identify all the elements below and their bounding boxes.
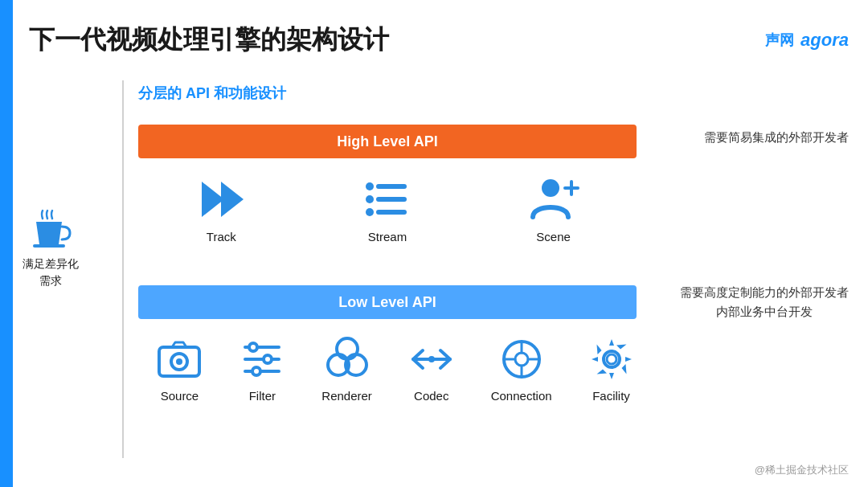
left-tea-area: 满足差异化 需求 xyxy=(23,209,79,289)
tea-cup-icon xyxy=(30,209,72,251)
low-level-icons-row: Source Filter Renderer xyxy=(138,336,653,403)
codec-label: Codec xyxy=(414,389,448,403)
connection-item: Connection xyxy=(491,336,552,403)
annotation-low-line1: 需要高度定制能力的外部开发者 xyxy=(680,283,849,302)
facility-label: Facility xyxy=(592,389,630,403)
logo-area: 声网 agora xyxy=(765,30,849,51)
svg-rect-7 xyxy=(376,210,407,215)
svg-point-32 xyxy=(607,354,616,364)
stream-item: Stream xyxy=(362,175,413,244)
connection-icon xyxy=(498,336,545,383)
facility-item: Facility xyxy=(588,336,635,403)
scene-label: Scene xyxy=(536,230,571,244)
codec-icon xyxy=(408,336,455,383)
svg-point-13 xyxy=(176,358,182,365)
source-label: Source xyxy=(161,389,199,403)
high-level-api-bar: High Level API xyxy=(138,125,637,158)
low-level-api-bar: Low Level API xyxy=(138,285,637,319)
stream-label: Stream xyxy=(368,230,407,244)
svg-point-15 xyxy=(249,343,257,351)
svg-point-24 xyxy=(428,356,435,362)
svg-point-6 xyxy=(366,208,374,216)
left-accent-bar xyxy=(0,0,13,487)
connection-label: Connection xyxy=(491,389,552,403)
stream-icon xyxy=(362,175,413,223)
svg-rect-33 xyxy=(33,244,65,248)
source-icon xyxy=(156,336,203,383)
svg-point-2 xyxy=(366,182,374,190)
svg-rect-5 xyxy=(376,197,407,202)
svg-point-19 xyxy=(252,367,260,375)
filter-item: Filter xyxy=(239,336,285,403)
logo-shenw: 声网 xyxy=(765,31,794,50)
renderer-label: Renderer xyxy=(321,389,372,403)
subtitle: 分层的 API 和功能设计 xyxy=(138,84,286,103)
scene-item: Scene xyxy=(528,175,579,244)
svg-rect-3 xyxy=(376,184,407,189)
svg-marker-0 xyxy=(202,182,224,217)
scene-icon xyxy=(528,175,579,223)
vertical-divider xyxy=(122,80,124,458)
annotation-high: 需要简易集成的外部开发者 xyxy=(704,130,849,145)
page-title: 下一代视频处理引擎的架构设计 xyxy=(29,23,389,58)
renderer-icon xyxy=(324,336,371,383)
facility-icon xyxy=(588,336,635,383)
track-item: Track xyxy=(195,175,247,244)
logo-agora: agora xyxy=(800,30,849,51)
high-level-icons-row: Track Stream Scene xyxy=(138,175,637,244)
track-icon xyxy=(195,175,247,223)
svg-point-4 xyxy=(366,195,374,203)
footer-text: @稀土掘金技术社区 xyxy=(755,463,849,477)
header: 下一代视频处理引擎的架构设计 声网 agora xyxy=(29,23,849,58)
track-label: Track xyxy=(207,230,236,244)
svg-marker-1 xyxy=(221,182,244,217)
svg-point-26 xyxy=(515,353,528,366)
codec-item: Codec xyxy=(408,336,455,403)
left-tea-label: 满足差异化 需求 xyxy=(23,256,79,289)
filter-label: Filter xyxy=(249,389,276,403)
annotation-low: 需要高度定制能力的外部开发者 内部业务中台开发 xyxy=(680,283,849,321)
svg-point-8 xyxy=(542,179,559,197)
svg-point-17 xyxy=(264,355,272,363)
source-item: Source xyxy=(156,336,203,403)
annotation-low-line2: 内部业务中台开发 xyxy=(680,302,849,321)
renderer-item: Renderer xyxy=(321,336,372,403)
filter-icon xyxy=(239,336,285,383)
